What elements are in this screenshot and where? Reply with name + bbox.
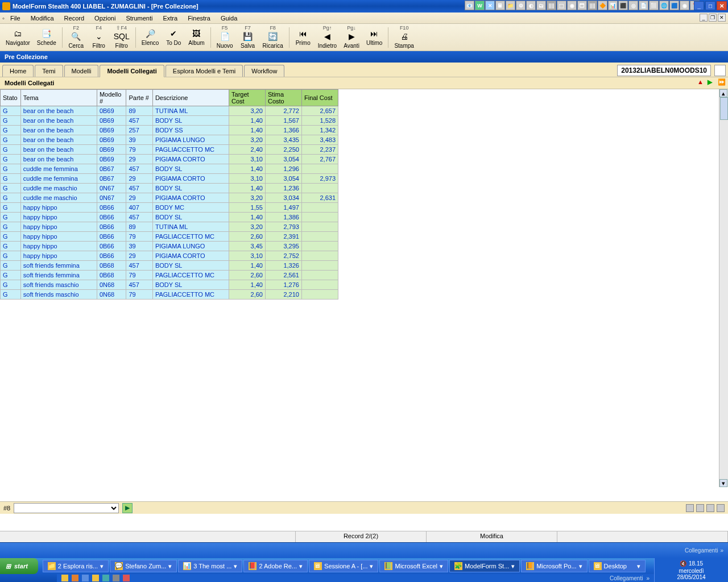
mdi-controls[interactable]: _ ❐ ✕ (700, 14, 726, 22)
close-button[interactable]: ✕ (717, 1, 727, 10)
toolbar-cerca[interactable]: F2🔍Cerca (65, 25, 88, 50)
flag-up-icon[interactable]: ▲ (697, 78, 705, 86)
table-row[interactable]: Gbear on the beach0B69457BODY SL1,401,56… (1, 116, 338, 126)
table-row[interactable]: Gcuddle me femmina0B6729PIGIAMA CORTO3,1… (1, 174, 338, 184)
col-header[interactable]: Stato (1, 90, 21, 106)
task-item[interactable]: 📕2 Adobe Re...▾ (243, 560, 308, 572)
toolbar-navigator[interactable]: 🗂Navigator (2, 25, 34, 50)
toolbar-filtro[interactable]: F4⌄Filtro (88, 25, 110, 50)
tab-modelli-collegati[interactable]: Modelli Collegati (100, 65, 164, 77)
col-header[interactable]: Descrizione (152, 90, 229, 106)
mdi-minimize[interactable]: _ (700, 14, 708, 22)
color-box[interactable] (714, 65, 726, 76)
table-row[interactable]: Gbear on the beach0B6939PIGIAMA LUNGO3,2… (1, 135, 338, 145)
icon-1[interactable] (686, 504, 694, 512)
col-header[interactable]: Parte # (126, 90, 152, 106)
menu-extra[interactable]: Extra (158, 14, 182, 23)
table-row[interactable]: Ghappy hippo0B6629PIGIAMA CORTO3,102,752 (1, 251, 338, 261)
table-row[interactable]: Ghappy hippo0B6639PIGIAMA LUNGO3,453,295 (1, 242, 338, 251)
menu-strumenti[interactable]: Strumenti (121, 14, 157, 23)
toolbar-filtro[interactable]: ⇧F4SQLFiltro (110, 25, 133, 50)
ql-icon[interactable] (61, 575, 68, 581)
table-row[interactable]: Gcuddle me maschio0N6729PIGIAMA CORTO3,2… (1, 193, 338, 203)
toolbar-avanti[interactable]: Pg↓▶Avanti (340, 25, 363, 50)
ql-icon[interactable] (123, 575, 130, 581)
tab-home[interactable]: Home (2, 65, 34, 77)
toolbar-album[interactable]: 🖼Album (185, 25, 208, 50)
link-bar: Collegamenti » (0, 542, 728, 558)
toolbar-stampa[interactable]: F10🖨Stampa (391, 25, 417, 50)
toolbar-nuovo[interactable]: F5📄Nuovo (213, 25, 237, 50)
record-combo[interactable] (14, 503, 119, 513)
task-item[interactable]: 📊3 The most ...▾ (178, 560, 242, 572)
ql-icon[interactable] (113, 575, 119, 581)
toolbar-indietro[interactable]: Pg↑◀Indietro (315, 25, 340, 50)
table-row[interactable]: Gsoft friends maschio0N6879PAGLIACCETTO … (1, 290, 338, 300)
toolbar-ultimo[interactable]: ⏭Ultimo (363, 25, 386, 50)
table-row[interactable]: Gbear on the beach0B6929PIGIAMA CORTO3,1… (1, 155, 338, 164)
window-controls[interactable]: _ □ ✕ (694, 1, 727, 10)
table-row[interactable]: Gsoft friends femmina0B6879PAGLIACCETTO … (1, 271, 338, 280)
maximize-button[interactable]: □ (705, 1, 715, 10)
ql-icon[interactable] (92, 575, 99, 581)
table-row[interactable]: Ghappy hippo0B66457BODY SL1,401,386 (1, 213, 338, 222)
icon-3[interactable] (706, 504, 714, 512)
toolbar-ricarica[interactable]: F8🔄Ricarica (259, 25, 287, 50)
menu-guida[interactable]: Guida (216, 14, 242, 23)
table-row[interactable]: Gbear on the beach0B69257BODY SS1,401,36… (1, 126, 338, 135)
tab-modelli[interactable]: Modelli (64, 65, 99, 77)
task-item[interactable]: 🖥Sessione A - [...▾ (309, 560, 378, 572)
menu-finestra[interactable]: Finestra (183, 14, 215, 23)
vertical-scrollbar[interactable]: ▴ ▾ (719, 89, 728, 487)
data-grid[interactable]: StatoTemaModello #Parte #DescrizioneTarg… (0, 89, 338, 300)
toolbar-schede[interactable]: 📑Schede (34, 25, 60, 50)
tab-esplora-modelli-e-temi[interactable]: Esplora Modelli e Temi (166, 65, 243, 77)
mdi-close[interactable]: ✕ (718, 14, 726, 22)
table-row[interactable]: Ghappy hippo0B6679PAGLIACCETTO MC2,602,3… (1, 232, 338, 242)
table-row[interactable]: Ghappy hippo0B6689TUTINA ML3,202,793 (1, 222, 338, 232)
col-header[interactable]: Modello # (97, 90, 126, 106)
tab-workflow[interactable]: Workflow (244, 65, 284, 77)
task-item[interactable]: 📁2 Esplora ris...▾ (43, 560, 109, 572)
menu-opzioni[interactable]: Opzioni (90, 14, 120, 23)
toolbar-salva[interactable]: F7💾Salva (237, 25, 259, 50)
toolbar-to do[interactable]: ✔To Do (162, 25, 185, 50)
play-icon[interactable]: ▶ (708, 78, 715, 86)
minimize-button[interactable]: _ (694, 1, 704, 10)
task-item[interactable]: 🧩ModelForm St...▾ (449, 560, 520, 572)
col-header[interactable]: Final Cost (301, 90, 338, 106)
toolbar-primo[interactable]: ⏮Primo (292, 25, 315, 50)
status-mode: Modifica (427, 531, 557, 542)
task-item[interactable]: 📗Microsoft Excel▾ (379, 560, 448, 572)
ql-icon[interactable] (102, 575, 109, 581)
menu-modifica[interactable]: Modifica (26, 14, 59, 23)
status-record: Record 2/(2) (296, 531, 427, 542)
table-row[interactable]: Gcuddle me femmina0B67457BODY SL1,401,29… (1, 164, 338, 174)
task-item[interactable]: 🖥Desktop▾ (589, 560, 646, 572)
ql-icon[interactable] (82, 575, 89, 581)
mdi-restore[interactable]: ❐ (709, 14, 717, 22)
table-row[interactable]: Gsoft friends femmina0B68457BODY SL1,401… (1, 261, 338, 271)
col-header[interactable]: Target Cost (229, 90, 266, 106)
col-header[interactable]: Stima Costo (266, 90, 302, 106)
table-row[interactable]: Gcuddle me maschio0N67457BODY SL1,401,23… (1, 184, 338, 193)
toolbar-elenco[interactable]: 🔎Elenco (138, 25, 163, 50)
linkbar-label[interactable]: Collegamenti (685, 547, 718, 554)
task-item[interactable]: 📙Microsoft Po...▾ (521, 560, 587, 572)
start-button[interactable]: ⊞start (0, 558, 38, 574)
ql-icon[interactable] (72, 575, 78, 581)
task-item[interactable]: 💬Stefano Zum...▾ (110, 560, 177, 572)
system-tray[interactable]: 🔇18.15 mercoledì 28/05/2014 (654, 558, 728, 582)
forward-icon[interactable]: ⏩ (718, 78, 726, 86)
table-row[interactable]: Gbear on the beach0B6979PAGLIACCETTO MC2… (1, 145, 338, 155)
table-row[interactable]: Gbear on the beach0B6989TUTINA ML3,202,7… (1, 106, 338, 116)
menu-record[interactable]: Record (60, 14, 89, 23)
tab-temi[interactable]: Temi (35, 65, 63, 77)
col-header[interactable]: Tema (20, 90, 97, 106)
table-row[interactable]: Gsoft friends maschio0N68457BODY SL1,401… (1, 280, 338, 290)
icon-2[interactable] (696, 504, 704, 512)
table-row[interactable]: Ghappy hippo0B66407BODY MC1,551,497 (1, 203, 338, 213)
icon-4[interactable] (717, 504, 725, 512)
menu-file[interactable]: File (6, 14, 25, 23)
go-button[interactable]: ▶ (122, 503, 133, 513)
